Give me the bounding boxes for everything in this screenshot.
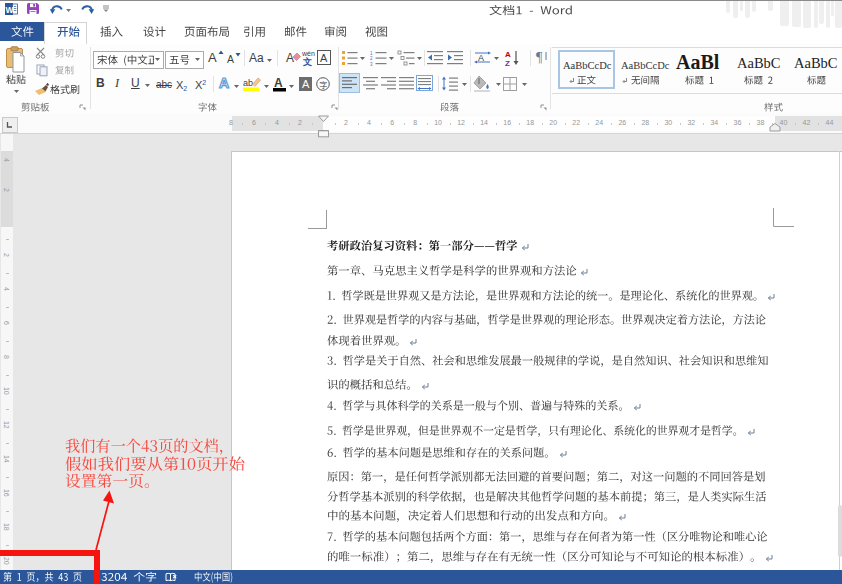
svg-text:¶: ¶ xyxy=(536,50,543,65)
svg-text:2: 2 xyxy=(370,56,373,61)
svg-text:A: A xyxy=(274,76,283,90)
svg-text:1: 1 xyxy=(370,51,373,56)
svg-text:ab: ab xyxy=(243,78,253,88)
svg-text:A: A xyxy=(478,53,484,63)
svg-text:W: W xyxy=(6,5,15,15)
svg-text:Z: Z xyxy=(505,59,510,68)
svg-text:wén: wén xyxy=(301,50,315,57)
svg-text:字: 字 xyxy=(320,81,328,90)
svg-text:A: A xyxy=(302,78,310,90)
svg-text:A: A xyxy=(320,52,328,64)
svg-text:A: A xyxy=(286,51,294,65)
svg-text:文: 文 xyxy=(302,57,312,67)
